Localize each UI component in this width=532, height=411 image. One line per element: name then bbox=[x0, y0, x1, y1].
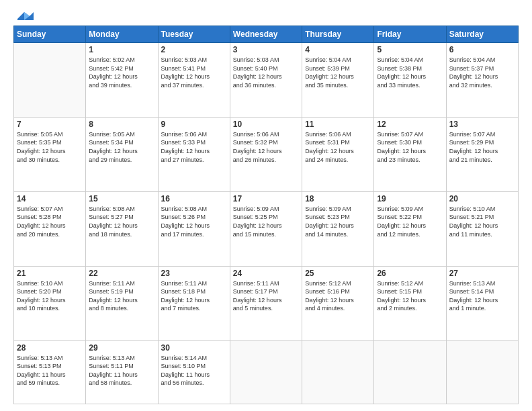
day-number: 18 bbox=[305, 194, 371, 203]
day-number: 19 bbox=[377, 194, 443, 203]
table-row: 17Sunrise: 5:09 AMSunset: 5:25 PMDayligh… bbox=[230, 191, 302, 266]
day-number: 7 bbox=[17, 120, 83, 129]
col-tuesday: Tuesday bbox=[158, 26, 230, 43]
day-info: Sunrise: 5:11 AMSunset: 5:17 PMDaylight:… bbox=[233, 279, 299, 313]
day-info: Sunrise: 5:10 AMSunset: 5:21 PMDaylight:… bbox=[449, 205, 515, 238]
day-info: Sunrise: 5:14 AMSunset: 5:10 PMDaylight:… bbox=[161, 354, 227, 387]
table-row bbox=[302, 340, 374, 404]
col-monday: Monday bbox=[86, 26, 158, 43]
table-row: 19Sunrise: 5:09 AMSunset: 5:22 PMDayligh… bbox=[374, 191, 446, 266]
day-info: Sunrise: 5:05 AMSunset: 5:35 PMDaylight:… bbox=[17, 130, 83, 164]
table-row: 3Sunrise: 5:03 AMSunset: 5:40 PMDaylight… bbox=[230, 43, 302, 118]
day-info: Sunrise: 5:04 AMSunset: 5:37 PMDaylight:… bbox=[449, 56, 515, 89]
day-number: 10 bbox=[233, 120, 299, 129]
day-number: 24 bbox=[233, 269, 299, 278]
day-info: Sunrise: 5:06 AMSunset: 5:33 PMDaylight:… bbox=[161, 130, 227, 164]
table-row: 11Sunrise: 5:06 AMSunset: 5:31 PMDayligh… bbox=[302, 117, 374, 191]
day-number: 2 bbox=[161, 45, 227, 54]
day-info: Sunrise: 5:04 AMSunset: 5:39 PMDaylight:… bbox=[305, 56, 371, 89]
table-row: 12Sunrise: 5:07 AMSunset: 5:30 PMDayligh… bbox=[374, 117, 446, 191]
table-row: 6Sunrise: 5:04 AMSunset: 5:37 PMDaylight… bbox=[446, 43, 518, 118]
day-number: 4 bbox=[305, 45, 371, 54]
table-row: 15Sunrise: 5:08 AMSunset: 5:27 PMDayligh… bbox=[86, 191, 158, 266]
table-row: 26Sunrise: 5:12 AMSunset: 5:15 PMDayligh… bbox=[374, 266, 446, 340]
day-number: 17 bbox=[233, 194, 299, 203]
day-number: 29 bbox=[89, 343, 154, 353]
col-sunday: Sunday bbox=[14, 26, 86, 43]
day-info: Sunrise: 5:11 AMSunset: 5:18 PMDaylight:… bbox=[161, 279, 227, 313]
day-info: Sunrise: 5:09 AMSunset: 5:25 PMDaylight:… bbox=[233, 205, 299, 238]
table-row: 23Sunrise: 5:11 AMSunset: 5:18 PMDayligh… bbox=[158, 266, 230, 340]
table-row: 30Sunrise: 5:14 AMSunset: 5:10 PMDayligh… bbox=[158, 340, 230, 404]
table-row: 27Sunrise: 5:13 AMSunset: 5:14 PMDayligh… bbox=[446, 266, 518, 340]
day-number: 13 bbox=[449, 120, 515, 129]
day-number: 30 bbox=[161, 343, 227, 353]
day-number: 12 bbox=[377, 120, 443, 129]
day-number: 27 bbox=[449, 269, 515, 278]
day-info: Sunrise: 5:12 AMSunset: 5:15 PMDaylight:… bbox=[377, 279, 443, 313]
table-row bbox=[14, 43, 86, 118]
day-info: Sunrise: 5:02 AMSunset: 5:42 PMDaylight:… bbox=[89, 56, 154, 89]
table-row: 7Sunrise: 5:05 AMSunset: 5:35 PMDaylight… bbox=[14, 117, 86, 191]
col-saturday: Saturday bbox=[446, 26, 518, 43]
logo bbox=[13, 11, 34, 19]
day-info: Sunrise: 5:11 AMSunset: 5:19 PMDaylight:… bbox=[89, 279, 154, 313]
day-number: 6 bbox=[449, 45, 515, 54]
day-info: Sunrise: 5:06 AMSunset: 5:31 PMDaylight:… bbox=[305, 130, 371, 164]
day-info: Sunrise: 5:03 AMSunset: 5:40 PMDaylight:… bbox=[233, 56, 299, 89]
day-number: 11 bbox=[305, 120, 371, 129]
table-row: 1Sunrise: 5:02 AMSunset: 5:42 PMDaylight… bbox=[86, 43, 158, 118]
table-row: 8Sunrise: 5:05 AMSunset: 5:34 PMDaylight… bbox=[86, 117, 158, 191]
day-number: 21 bbox=[17, 269, 83, 278]
table-row: 18Sunrise: 5:09 AMSunset: 5:23 PMDayligh… bbox=[302, 191, 374, 266]
day-info: Sunrise: 5:07 AMSunset: 5:29 PMDaylight:… bbox=[449, 130, 515, 164]
day-info: Sunrise: 5:06 AMSunset: 5:32 PMDaylight:… bbox=[233, 130, 299, 164]
table-row: 21Sunrise: 5:10 AMSunset: 5:20 PMDayligh… bbox=[14, 266, 86, 340]
day-number: 26 bbox=[377, 269, 443, 278]
day-number: 5 bbox=[377, 45, 443, 54]
table-row bbox=[446, 340, 518, 404]
day-number: 23 bbox=[161, 269, 227, 278]
day-info: Sunrise: 5:07 AMSunset: 5:28 PMDaylight:… bbox=[17, 205, 83, 238]
table-row bbox=[374, 340, 446, 404]
day-info: Sunrise: 5:07 AMSunset: 5:30 PMDaylight:… bbox=[377, 130, 443, 164]
day-number: 15 bbox=[89, 194, 154, 203]
day-number: 14 bbox=[17, 194, 83, 203]
day-info: Sunrise: 5:09 AMSunset: 5:22 PMDaylight:… bbox=[377, 205, 443, 238]
header bbox=[13, 11, 519, 19]
calendar-table: Sunday Monday Tuesday Wednesday Thursday… bbox=[13, 26, 519, 404]
day-number: 1 bbox=[89, 45, 154, 54]
col-friday: Friday bbox=[374, 26, 446, 43]
logo-bird-icon bbox=[15, 11, 34, 21]
day-info: Sunrise: 5:08 AMSunset: 5:27 PMDaylight:… bbox=[89, 205, 154, 238]
day-info: Sunrise: 5:04 AMSunset: 5:38 PMDaylight:… bbox=[377, 56, 443, 89]
day-number: 25 bbox=[305, 269, 371, 278]
table-row: 4Sunrise: 5:04 AMSunset: 5:39 PMDaylight… bbox=[302, 43, 374, 118]
day-number: 8 bbox=[89, 120, 154, 129]
day-number: 9 bbox=[161, 120, 227, 129]
table-row: 5Sunrise: 5:04 AMSunset: 5:38 PMDaylight… bbox=[374, 43, 446, 118]
table-row: 20Sunrise: 5:10 AMSunset: 5:21 PMDayligh… bbox=[446, 191, 518, 266]
day-number: 20 bbox=[449, 194, 515, 203]
day-number: 22 bbox=[89, 269, 154, 278]
day-number: 28 bbox=[17, 343, 83, 353]
col-wednesday: Wednesday bbox=[230, 26, 302, 43]
day-info: Sunrise: 5:13 AMSunset: 5:11 PMDaylight:… bbox=[89, 354, 154, 387]
table-row: 24Sunrise: 5:11 AMSunset: 5:17 PMDayligh… bbox=[230, 266, 302, 340]
day-info: Sunrise: 5:10 AMSunset: 5:20 PMDaylight:… bbox=[17, 279, 83, 313]
day-info: Sunrise: 5:08 AMSunset: 5:26 PMDaylight:… bbox=[161, 205, 227, 238]
table-row: 22Sunrise: 5:11 AMSunset: 5:19 PMDayligh… bbox=[86, 266, 158, 340]
day-number: 16 bbox=[161, 194, 227, 203]
table-row: 2Sunrise: 5:03 AMSunset: 5:41 PMDaylight… bbox=[158, 43, 230, 118]
day-info: Sunrise: 5:13 AMSunset: 5:13 PMDaylight:… bbox=[17, 354, 83, 387]
page: Sunday Monday Tuesday Wednesday Thursday… bbox=[0, 0, 532, 411]
day-number: 3 bbox=[233, 45, 299, 54]
table-row bbox=[230, 340, 302, 404]
table-row: 9Sunrise: 5:06 AMSunset: 5:33 PMDaylight… bbox=[158, 117, 230, 191]
table-row: 25Sunrise: 5:12 AMSunset: 5:16 PMDayligh… bbox=[302, 266, 374, 340]
calendar-header-row: Sunday Monday Tuesday Wednesday Thursday… bbox=[14, 26, 519, 43]
table-row: 16Sunrise: 5:08 AMSunset: 5:26 PMDayligh… bbox=[158, 191, 230, 266]
table-row: 13Sunrise: 5:07 AMSunset: 5:29 PMDayligh… bbox=[446, 117, 518, 191]
table-row: 28Sunrise: 5:13 AMSunset: 5:13 PMDayligh… bbox=[14, 340, 86, 404]
day-info: Sunrise: 5:13 AMSunset: 5:14 PMDaylight:… bbox=[449, 279, 515, 313]
